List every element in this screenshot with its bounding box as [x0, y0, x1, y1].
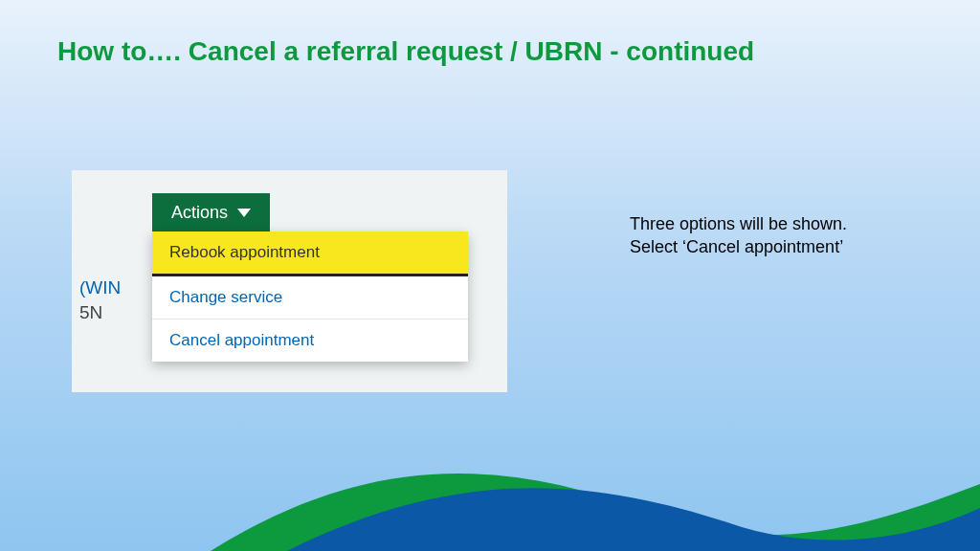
- screenshot-panel: (WIN 5N Actions Rebook appointment Chang…: [72, 170, 507, 392]
- background-text-win: (WIN: [79, 277, 121, 298]
- instruction-line1: Three options will be shown.: [630, 212, 917, 235]
- dropdown-item-rebook[interactable]: Rebook appointment: [152, 231, 468, 276]
- slide-title: How to…. Cancel a referral request / UBR…: [0, 0, 980, 67]
- actions-dropdown: Rebook appointment Change service Cancel…: [152, 231, 468, 362]
- background-text-5n: 5N: [79, 302, 102, 323]
- dropdown-item-change-service[interactable]: Change service: [152, 276, 468, 320]
- decorative-wave: [0, 427, 980, 551]
- actions-button-label: Actions: [171, 203, 228, 223]
- actions-button[interactable]: Actions: [152, 193, 270, 232]
- instruction-line2: Select ‘Cancel appointment’: [630, 235, 917, 258]
- instruction-text: Three options will be shown. Select ‘Can…: [630, 212, 917, 259]
- dropdown-item-cancel-appointment[interactable]: Cancel appointment: [152, 320, 468, 362]
- chevron-down-icon: [237, 209, 251, 217]
